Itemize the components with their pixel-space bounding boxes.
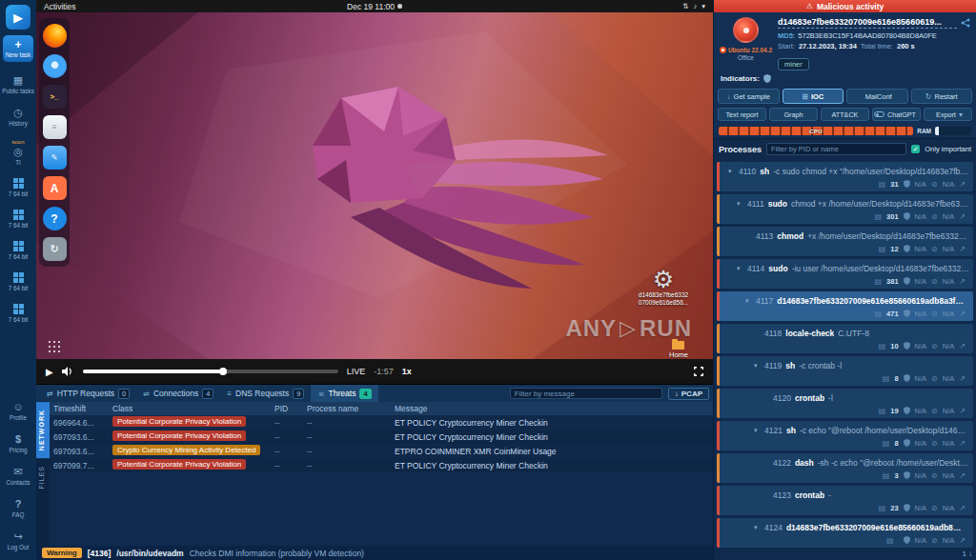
action-button[interactable]: MalConf [846, 89, 908, 104]
process-row[interactable]: ▾ 4124 d14683e7fbe633207009e616e85660619… [717, 518, 973, 548]
process-row[interactable]: ▾ 4123 crontab - ▤ 23 N/A ⊘ N/A ↗ [717, 486, 973, 515]
vm-screen[interactable]: Activities Dec 19 11:00 ⇅ ♪ ▾ [36, 0, 713, 384]
ubuntu-desktop[interactable]: >_ ≡ ✎ A ? ↻ ⚙ d14683e7fbe6332 07009e616… [36, 12, 713, 359]
network-tab[interactable]: DNS Requests 9 [220, 385, 311, 402]
home-folder-desktop-icon[interactable]: Home [669, 341, 688, 359]
process-filter-input[interactable] [766, 143, 906, 155]
process-row[interactable]: ▾ 4120 crontab -l ▤ 19 N/A ⊘ N/A ↗ [717, 389, 973, 418]
threat-row[interactable]: 697093.6... Potential Corporate Privacy … [50, 430, 713, 444]
activities-button[interactable]: Activities [44, 2, 76, 11]
share-icon[interactable] [961, 18, 970, 28]
open-process-icon[interactable]: ↗ [959, 471, 966, 480]
na-value: N/A [943, 180, 955, 189]
threat-row[interactable]: 696964.6... Potential Corporate Privacy … [50, 415, 713, 430]
sidebar-item[interactable]: Log Out [0, 524, 36, 556]
action-button[interactable]: ATT&CK [821, 108, 869, 121]
system-tray[interactable]: ⇅ ♪ ▾ [682, 2, 705, 10]
terminal-icon[interactable]: >_ [43, 85, 67, 109]
action-button[interactable]: Restart [911, 89, 973, 104]
miner-tag[interactable]: miner [778, 58, 809, 70]
process-row[interactable]: ▾ 4117 d14683e7fbe633207009e616e85660619… [717, 291, 973, 321]
text-editor-icon[interactable]: ✎ [43, 146, 67, 170]
panel-side-tab[interactable]: NETWORK [36, 402, 50, 458]
sidebar-item-vm[interactable]: 7 64 bit [0, 234, 36, 266]
panel-side-tab[interactable]: FILES [36, 458, 50, 496]
open-process-icon[interactable]: ↗ [959, 212, 966, 221]
open-process-icon[interactable]: ↗ [959, 374, 966, 383]
only-important-checkbox[interactable]: ✓ [911, 145, 920, 153]
pcap-download-button[interactable]: ↓ PCAP [668, 388, 709, 400]
show-applications-icon[interactable] [49, 341, 60, 352]
firefox-icon[interactable] [43, 24, 67, 48]
open-process-icon[interactable]: ↗ [959, 407, 966, 415]
expand-arrow-icon[interactable]: ▾ [745, 297, 752, 305]
process-row[interactable]: ▾ 4111 sudo chmod +x /home/user/Desktop/… [717, 194, 973, 224]
sidebar-item-label: FAQ [12, 511, 25, 518]
process-row[interactable]: ▾ 4114 sudo -iu user /home/user/Desktop/… [717, 259, 973, 289]
sidebar-item-vm[interactable]: 7 64 bit [0, 297, 36, 329]
expand-arrow-icon[interactable]: ▾ [728, 168, 735, 175]
sidebar-item[interactable]: Profile [0, 394, 36, 427]
threat-row[interactable]: 697093.6... Crypto Currency Mining Activ… [50, 444, 713, 458]
process-row[interactable]: ▾ 4113 chmod +x /home/user/Desktop/d1468… [717, 227, 973, 256]
status-process-path[interactable]: /usr/bin/udevadm [116, 549, 183, 558]
sidebar-item[interactable]: FAQ [0, 491, 36, 524]
message-filter-input[interactable] [510, 388, 662, 399]
new-task-button[interactable]: + New task [3, 35, 33, 62]
expand-arrow-icon[interactable]: ▾ [737, 200, 743, 208]
software-updater-icon[interactable]: ↻ [43, 237, 67, 261]
seek-bar[interactable] [83, 370, 338, 373]
no-network-icon: ⊘ [931, 504, 938, 512]
sidebar-item[interactable]: History [0, 100, 36, 132]
action-button[interactable]: IOC [783, 89, 844, 104]
action-button[interactable]: ChatGPT [872, 108, 921, 121]
volume-icon[interactable] [62, 367, 74, 376]
play-button[interactable]: ▶ [46, 367, 53, 377]
threat-row[interactable]: 697099.7... Potential Corporate Privacy … [50, 458, 713, 472]
open-process-icon[interactable]: ↗ [959, 310, 966, 318]
help-icon[interactable]: ? [43, 207, 67, 230]
sidebar-item[interactable]: Contacts [0, 459, 36, 491]
more-items-indicator[interactable]: 1 ↓ [963, 550, 972, 558]
sidebar-item-vm[interactable]: 7 64 bit [0, 266, 36, 297]
process-row[interactable]: ▾ 4121 sh -c echo "@reboot /home/user/De… [717, 421, 973, 450]
action-button[interactable]: Get sample [718, 89, 780, 104]
open-process-icon[interactable]: ↗ [959, 342, 966, 350]
network-tab[interactable]: HTTP Requests 0 [40, 385, 136, 402]
open-process-icon[interactable]: ↗ [959, 180, 966, 189]
expand-arrow-icon[interactable]: ▾ [737, 265, 743, 272]
process-row[interactable]: ▾ 4110 sh -c sudo chmod +x "/home/user/D… [717, 162, 973, 191]
fullscreen-button[interactable] [694, 367, 703, 376]
network-tab[interactable]: Connections 4 [136, 385, 220, 402]
sample-name[interactable]: d14683e7fbe633207009e616e85660619... [778, 17, 957, 29]
expand-arrow-icon[interactable]: ▾ [754, 362, 761, 370]
files-icon[interactable]: ≡ [43, 115, 67, 139]
sidebar-item-vm[interactable]: 7 64 bit [0, 171, 36, 203]
process-row[interactable]: ▾ 4122 dash -sh -c echo "@reboot /home/u… [717, 453, 973, 483]
md5-value[interactable]: 572B3EB3C15F14BAAD807804B8D8A0FE [798, 31, 937, 40]
expand-arrow-icon[interactable]: ▾ [754, 524, 761, 531]
open-process-icon[interactable]: ↗ [959, 536, 966, 545]
sidebar-item-vm[interactable]: 7 64 bit [0, 203, 36, 234]
seek-handle[interactable] [219, 368, 227, 375]
open-process-icon[interactable]: ↗ [959, 277, 966, 286]
open-process-icon[interactable]: ↗ [959, 504, 966, 512]
expand-arrow-icon[interactable]: ▾ [754, 427, 761, 434]
process-row[interactable]: ▾ 4118 locale-check C.UTF-8 ▤ 10 N/A ⊘ N… [717, 324, 973, 353]
clock-label[interactable]: Dec 19 11:00 [347, 2, 395, 11]
process-row[interactable]: ▾ 4119 sh -c crontab -l ▤ 8 N/A ⊘ N/A ↗ [717, 356, 973, 386]
chromium-icon[interactable] [43, 54, 67, 78]
anyrun-logo-icon[interactable]: ▶ [6, 5, 30, 30]
action-button[interactable]: Text report [718, 108, 766, 121]
open-process-icon[interactable]: ↗ [959, 245, 966, 253]
playback-speed-button[interactable]: 1x [402, 367, 412, 376]
ubuntu-software-icon[interactable]: A [43, 176, 67, 200]
network-tab[interactable]: Threats 4 [311, 385, 377, 402]
open-process-icon[interactable]: ↗ [959, 439, 966, 448]
action-button[interactable]: Export [924, 108, 972, 121]
malware-desktop-file[interactable]: ⚙ d14683e7fbe6332 07009e616e856... [627, 267, 700, 307]
sidebar-item[interactable]: Public tasks [0, 68, 36, 100]
action-button[interactable]: Graph [769, 108, 818, 121]
sidebar-item[interactable]: Pricing [0, 427, 36, 459]
sidebar-item[interactable]: soon TI [0, 132, 36, 171]
